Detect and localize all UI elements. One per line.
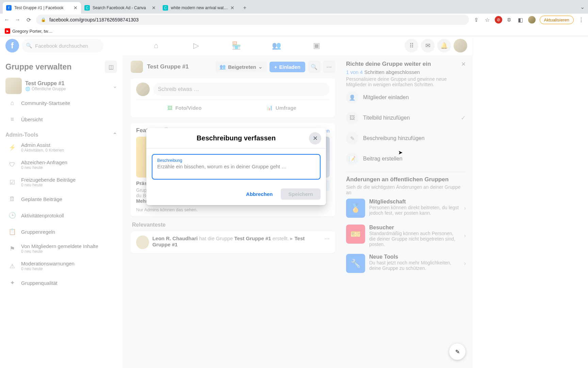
close-modal-button[interactable]: ✕ [309, 132, 321, 144]
back-button[interactable]: ← [3, 16, 10, 23]
tab-canva-2[interactable]: C white modern new arrival wat… ✕ [159, 2, 238, 14]
poll-button[interactable]: 📊Umfrage [233, 102, 330, 113]
nav-groups-icon[interactable]: 👥 [258, 37, 295, 54]
post-card: Leon R. Chaudhari hat die Gruppe Test Gr… [131, 231, 335, 253]
approve-icon: ☑ [7, 178, 17, 187]
search-placeholder: Facebook durchsuchen [35, 43, 88, 49]
chevron-right-icon: › [464, 205, 466, 211]
sidebar-item-activity-log[interactable]: 🕒 Aktivitätenprotokoll [5, 208, 117, 223]
save-button[interactable]: Speichern [281, 188, 321, 200]
tab-overflow-icon[interactable]: ⌄ [580, 4, 585, 10]
setup-desc: Personalisiere deine Gruppe und gewinne … [346, 76, 466, 87]
description-modal: Beschreibung verfassen ✕ Beschreibung Er… [146, 128, 326, 205]
rail-card-visitors[interactable]: 🎫 BesucherStandardmäßig können auch Pers… [346, 221, 466, 250]
close-icon[interactable]: ✕ [74, 5, 78, 11]
composer-card: Schreib etwas … 🖼Foto/Video 📊Umfrage [131, 78, 335, 118]
step-create-post[interactable]: 📝 Beitrag erstellen [346, 149, 466, 169]
cancel-button[interactable]: Abbrechen [241, 188, 277, 200]
sidepanel-icon[interactable]: ◧ [517, 16, 524, 23]
share-icon[interactable]: ⇪ [473, 16, 480, 23]
kebab-icon[interactable]: ⋮ [578, 16, 585, 23]
bookmark-star-icon[interactable]: ☆ [484, 16, 491, 23]
fb-body: Gruppe verwalten ◫ Test Gruppe #1 🌐Öffen… [0, 55, 473, 368]
sidebar-collapse-icon[interactable]: ◫ [105, 61, 117, 73]
address-bar: ← → ⟳ 🔒 facebook.com/groups/118762659874… [0, 14, 588, 26]
reload-button[interactable]: ⟳ [25, 16, 32, 23]
sidebar-item-scheduled[interactable]: 🗓 Geplante Beiträge [5, 191, 117, 206]
invite-icon: 👤 [346, 91, 358, 104]
chevron-down-icon: ⌄ [113, 83, 117, 89]
fb-header-right: ⠿ ✉ 🔔 [405, 39, 467, 52]
adblock-icon[interactable]: ⊘ [495, 16, 502, 24]
visitors-icon: 🎫 [346, 225, 365, 244]
new-tab-button[interactable]: + [240, 3, 249, 13]
bolt-icon: ⚡ [7, 143, 17, 152]
post-headline: Leon R. Chaudhari hat die Gruppe Test Gr… [152, 235, 321, 247]
search-button[interactable]: 🔍 [308, 61, 320, 73]
messenger-icon[interactable]: ✉ [421, 39, 435, 52]
step-add-cover[interactable]: 🖼 Titelbild hinzufügen ✓ [346, 108, 466, 128]
composer-input[interactable]: Schreib etwas … [153, 83, 330, 96]
more-button[interactable]: ⋯ [323, 61, 335, 73]
fb-search-input[interactable]: 🔍 Facebook durchsuchen [22, 39, 103, 52]
nav-watch-icon[interactable]: ▷ [178, 37, 215, 54]
puzzle-icon[interactable] [506, 16, 513, 23]
tab-facebook[interactable]: f Test Gruppe #1 | Facebook ✕ [3, 2, 81, 14]
main-column: Test Gruppe #1 👥Beigetreten⌄ +Einladen 🔍… [122, 55, 343, 368]
setup-title: Richte deine Gruppe weiter ein [346, 61, 431, 67]
page-header: Test Gruppe #1 👥Beigetreten⌄ +Einladen 🔍… [131, 55, 335, 78]
description-textarea[interactable]: Beschreibung Erzähle ein bisschen, worum… [152, 154, 321, 180]
sidebar-item-member-reports[interactable]: ⚑ Von Mitgliedern gemeldete Inhalte0 neu… [5, 241, 117, 257]
sidebar-item-group-quality[interactable]: ✦ Gruppenqualität [5, 275, 117, 290]
close-icon[interactable]: ✕ [152, 5, 156, 11]
poll-icon: 📊 [266, 105, 273, 111]
rail-card-tools[interactable]: 🔧 Neue ToolsDu hast jetzt noch mehr Mögl… [346, 250, 466, 276]
calendar-icon: 🗓 [7, 194, 17, 204]
membership-icon: 🏅 [346, 199, 365, 218]
url-input[interactable]: 🔒 facebook.com/groups/1187626598741303 [36, 15, 469, 25]
sidebar-title: Gruppe verwalten [5, 62, 71, 72]
changes-heading: Änderungen an öffentlichen Gruppen [346, 176, 466, 183]
tab-canva-1[interactable]: C Search Facebook Ad - Canva ✕ [81, 2, 159, 14]
sidebar-item-moderation-alerts[interactable]: ⚠ Moderationswarnungen0 neu heute [5, 258, 117, 274]
step-invite-members[interactable]: 👤 Mitglieder einladen [346, 87, 466, 108]
sidebar-section-admin[interactable]: Admin-Tools ⌃ [5, 132, 117, 138]
chevron-up-icon: ⌃ [113, 132, 117, 138]
compose-fab[interactable]: ✎ [449, 343, 466, 360]
photo-video-button[interactable]: 🖼Foto/Video [136, 102, 233, 113]
avatar[interactable] [454, 39, 467, 52]
sidebar-item-overview[interactable]: ≡ Übersicht [5, 112, 117, 127]
relevant-heading: Relevanteste [132, 222, 335, 228]
joined-button[interactable]: 👥Beigetreten⌄ [215, 61, 267, 72]
invite-button[interactable]: +Einladen [270, 62, 305, 72]
sidebar-item-badge-requests[interactable]: 🛡 Abzeichen-Anfragen0 neu heute [5, 157, 117, 173]
bell-icon[interactable]: 🔔 [437, 39, 451, 52]
chevron-down-icon: ⌄ [258, 64, 263, 70]
nav-home-icon[interactable]: ⌂ [137, 37, 175, 54]
rules-icon: 📋 [7, 227, 17, 236]
fb-center-nav: ⌂ ▷ 🏪 👥 ▣ [137, 37, 336, 54]
rail-card-membership[interactable]: 🏅 MitgliedschaftPersonen können direkt b… [346, 195, 466, 221]
bookmark-item[interactable]: Gregory Porter, tw… [12, 29, 52, 34]
profile-avatar[interactable] [528, 16, 536, 24]
nav-gaming-icon[interactable]: ▣ [298, 37, 336, 54]
forward-button[interactable]: → [14, 16, 21, 23]
sidebar-group-selector[interactable]: Test Gruppe #1 🌐Öffentliche Gruppe ⌄ [5, 78, 117, 94]
sidebar-item-admin-assist[interactable]: ⚡ Admin Assist0 Aktivitäten, 0 Kriterien [5, 139, 117, 155]
home-icon: ⌂ [7, 98, 17, 108]
image-icon: 🖼 [346, 112, 358, 124]
close-icon[interactable]: ✕ [230, 5, 234, 11]
fb-header: f 🔍 Facebook durchsuchen ⌂ ▷ 🏪 👥 ▣ ⠿ ✉ 🔔 [0, 36, 473, 55]
nav-marketplace-icon[interactable]: 🏪 [218, 37, 255, 54]
fb-logo[interactable]: f [5, 39, 19, 52]
field-placeholder: Erzähle ein bisschen, worum es in deiner… [157, 164, 315, 169]
step-add-description[interactable]: ✎ Beschreibung hinzufügen [346, 128, 466, 149]
menu-grid-icon[interactable]: ⠿ [405, 39, 418, 52]
sidebar-item-pending-posts[interactable]: ☑ Freizugebende Beiträge0 neu heute [5, 174, 117, 190]
dismiss-setup-icon[interactable]: ✕ [461, 61, 466, 68]
changes-sub: Sieh dir die wichtigsten Änderungen an d… [346, 184, 466, 195]
post-menu-icon[interactable]: ⋯ [324, 235, 330, 242]
sidebar-item-community-home[interactable]: ⌂ Community-Startseite [5, 95, 117, 110]
sidebar-item-group-rules[interactable]: 📋 Gruppenregeln [5, 224, 117, 239]
update-button[interactable]: Aktualisieren [540, 16, 574, 24]
